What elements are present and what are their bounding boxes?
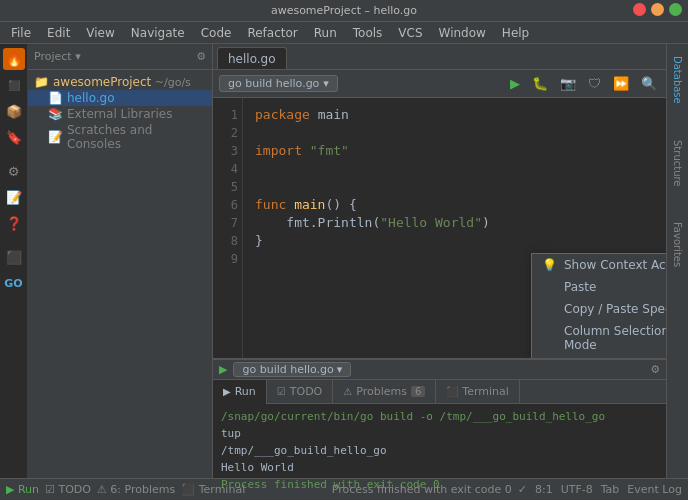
ctx-copy-paste-special[interactable]: Copy / Paste Special ▶ bbox=[532, 298, 666, 320]
tree-item-external-libs[interactable]: 📚 External Libraries bbox=[28, 106, 212, 122]
minimize-button[interactable] bbox=[651, 3, 664, 16]
run-panel-header: ▶ go build hello.go ▾ ⚙ bbox=[213, 360, 666, 380]
sidebar-icon-terminal[interactable]: ⬛ bbox=[3, 246, 25, 268]
run-tab-run-icon: ▶ bbox=[223, 386, 231, 397]
run-tab-terminal-label: Terminal bbox=[462, 385, 509, 398]
run-config-text: go build hello.go bbox=[242, 363, 333, 376]
menu-refactor[interactable]: Refactor bbox=[240, 24, 304, 42]
tree-root-hint: ~/go/s bbox=[151, 76, 191, 89]
status-problems[interactable]: ⚠ 6: Problems bbox=[97, 483, 175, 496]
close-button[interactable] bbox=[633, 3, 646, 16]
ctx-show-context-actions[interactable]: 💡 Show Context Actions Alt+Enter bbox=[532, 254, 666, 276]
menu-code[interactable]: Code bbox=[194, 24, 239, 42]
run-tab-problems-icon: ⚠ bbox=[343, 386, 352, 397]
ctx-show-context-actions-label: Show Context Actions bbox=[564, 258, 666, 272]
menu-file[interactable]: File bbox=[4, 24, 38, 42]
run-output-bin: /tmp/___go_build_hello_go bbox=[221, 442, 658, 459]
run-tab-todo[interactable]: ☑ TODO bbox=[267, 380, 333, 404]
status-line-col[interactable]: 8:1 bbox=[535, 483, 553, 496]
menu-navigate[interactable]: Navigate bbox=[124, 24, 192, 42]
status-terminal[interactable]: ⬛ Terminal bbox=[181, 483, 245, 496]
editor-area: hello.go go build hello.go ▾ ▶ 🐛 📷 🛡 ⏩ 🔍… bbox=[213, 44, 666, 478]
project-tree: 📁 awesomeProject ~/go/s 📄 hello.go 📚 Ext… bbox=[28, 70, 212, 478]
sidebar-icon-5[interactable]: 📝 bbox=[3, 186, 25, 208]
left-sidebar: 🔥 ⬛ 📦 🔖 ⚙ 📝 ❓ ⬛ GO bbox=[0, 44, 28, 478]
run-tab-problems[interactable]: ⚠ Problems 6 bbox=[333, 380, 436, 404]
run-gear-icon[interactable]: ⚙ bbox=[650, 363, 660, 376]
code-editor: 123456789 package main import "fmt" func… bbox=[213, 98, 666, 358]
editor-toolbar: go build hello.go ▾ ▶ 🐛 📷 🛡 ⏩ 🔍 bbox=[213, 70, 666, 98]
run-config-selector[interactable]: go build hello.go ▾ bbox=[219, 75, 338, 92]
right-sidebar-database[interactable]: Database bbox=[670, 48, 685, 112]
run-config-arrow: ▾ bbox=[323, 77, 329, 90]
sidebar-icon-2[interactable]: 📦 bbox=[3, 100, 25, 122]
ctx-copy-paste-label: Copy / Paste Special bbox=[564, 302, 666, 316]
status-event-log[interactable]: Event Log bbox=[627, 483, 682, 496]
menu-edit[interactable]: Edit bbox=[40, 24, 77, 42]
coverage-button[interactable]: 🛡 bbox=[585, 74, 604, 93]
sidebar-icon-4[interactable]: ⚙ bbox=[3, 160, 25, 182]
run-header-run-btn[interactable]: ▶ bbox=[219, 363, 227, 376]
debug-button[interactable]: 🐛 bbox=[529, 74, 551, 93]
status-run-btn[interactable]: ▶ Run bbox=[6, 483, 39, 496]
run-config-dropdown-arrow: ▾ bbox=[337, 363, 343, 376]
run-tab-todo-label: TODO bbox=[290, 385, 323, 398]
run-panel: ▶ go build hello.go ▾ ⚙ ▶ Run ☑ TODO ⚠ bbox=[213, 358, 666, 478]
tree-hello-go-label: hello.go bbox=[67, 91, 115, 105]
tree-item-root[interactable]: 📁 awesomeProject ~/go/s bbox=[28, 74, 212, 90]
ctx-column-label: Column Selection Mode bbox=[564, 324, 666, 352]
tree-scratches-label: Scratches and Consoles bbox=[67, 123, 206, 151]
maximize-button[interactable] bbox=[669, 3, 682, 16]
menu-bar: File Edit View Navigate Code Refactor Ru… bbox=[0, 22, 688, 44]
menu-vcs[interactable]: VCS bbox=[391, 24, 429, 42]
tree-item-scratches[interactable]: 📝 Scratches and Consoles bbox=[28, 122, 212, 152]
ctx-paste-label: Paste bbox=[564, 280, 666, 294]
run-output-tup: tup bbox=[221, 425, 658, 442]
ctx-column-selection[interactable]: Column Selection Mode Alt+Shift+Insert bbox=[532, 320, 666, 356]
run-tab-todo-icon: ☑ bbox=[277, 386, 286, 397]
sidebar-icon-1[interactable]: ⬛ bbox=[3, 74, 25, 96]
right-sidebar-structure[interactable]: Structure bbox=[670, 132, 685, 195]
editor-tabs: hello.go bbox=[213, 44, 666, 70]
run-tab-run[interactable]: ▶ Run bbox=[213, 380, 267, 404]
window-title: awesomeProject – hello.go bbox=[271, 4, 417, 17]
problems-count-badge: 6 bbox=[411, 386, 425, 397]
status-bar-right: ✓ 8:1 UTF-8 Tab Event Log bbox=[518, 483, 682, 496]
status-todo[interactable]: ☑ TODO bbox=[45, 483, 91, 496]
profile-button[interactable]: 📷 bbox=[557, 74, 579, 93]
sidebar-icon-fire[interactable]: 🔥 bbox=[3, 48, 25, 70]
tree-item-hello-go[interactable]: 📄 hello.go bbox=[28, 90, 212, 106]
search-everywhere-icon[interactable]: 🔍 bbox=[638, 74, 660, 93]
tree-ext-libs-label: External Libraries bbox=[67, 107, 172, 121]
line-numbers: 123456789 bbox=[213, 98, 243, 358]
run-tab-terminal-icon: ⬛ bbox=[446, 386, 458, 397]
right-sidebar-favorites[interactable]: Favorites bbox=[670, 214, 685, 275]
menu-run[interactable]: Run bbox=[307, 24, 344, 42]
ctx-paste[interactable]: Paste Ctrl+V bbox=[532, 276, 666, 298]
run-config-label[interactable]: go build hello.go ▾ bbox=[233, 362, 351, 377]
status-encoding[interactable]: UTF-8 bbox=[561, 483, 593, 496]
tree-root-label: awesomeProject bbox=[53, 75, 151, 89]
menu-view[interactable]: View bbox=[79, 24, 121, 42]
toolbar-btn-4[interactable]: ⏩ bbox=[610, 74, 632, 93]
menu-window[interactable]: Window bbox=[432, 24, 493, 42]
go-file-icon: 📄 bbox=[48, 91, 63, 105]
right-sidebar: Database Structure Favorites bbox=[666, 44, 688, 478]
title-bar: awesomeProject – hello.go bbox=[0, 0, 688, 22]
tab-hello-go-label: hello.go bbox=[228, 52, 276, 66]
sidebar-icon-3[interactable]: 🔖 bbox=[3, 126, 25, 148]
run-tab-terminal[interactable]: ⬛ Terminal bbox=[436, 380, 520, 404]
project-settings-icon[interactable]: ⚙ bbox=[196, 50, 206, 63]
sidebar-icon-6[interactable]: ❓ bbox=[3, 212, 25, 234]
project-toolbar: Project ▾ ⚙ bbox=[28, 44, 212, 70]
run-button[interactable]: ▶ bbox=[507, 74, 523, 93]
menu-help[interactable]: Help bbox=[495, 24, 536, 42]
window-controls bbox=[633, 3, 682, 16]
status-git-icon[interactable]: ✓ bbox=[518, 483, 527, 496]
menu-tools[interactable]: Tools bbox=[346, 24, 390, 42]
sidebar-icon-go[interactable]: GO bbox=[3, 272, 25, 294]
context-menu: 💡 Show Context Actions Alt+Enter Paste C… bbox=[531, 253, 666, 358]
tab-hello-go[interactable]: hello.go bbox=[217, 47, 287, 69]
run-output-path: /snap/go/current/bin/go build -o /tmp/__… bbox=[221, 408, 658, 425]
status-indent[interactable]: Tab bbox=[601, 483, 620, 496]
